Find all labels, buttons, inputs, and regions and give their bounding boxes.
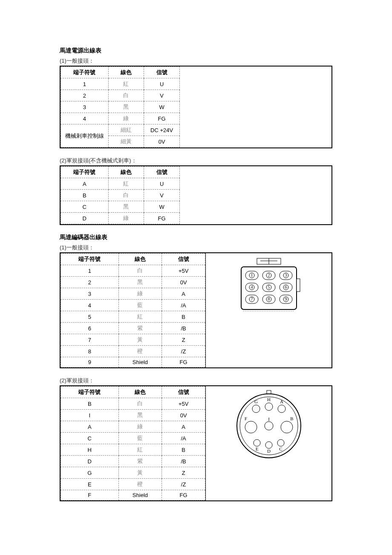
- section1-sub1: (1)一般接頭：: [60, 57, 332, 65]
- connector-circular-diagram: G H A F I B E D C: [205, 386, 331, 500]
- svg-text:1: 1: [251, 272, 253, 278]
- section1-sub2: (2)軍規接頭(不含機械式剎車)：: [60, 157, 332, 165]
- encoder-table2-container: 端子符號 線色 信號 B白+5V I黑0V A綠A C藍/A H紅B D紫/B …: [60, 385, 332, 501]
- svg-text:B: B: [290, 416, 293, 421]
- svg-text:C: C: [279, 446, 282, 451]
- power-table1: 端子符號 線色 信號 1紅U 2白V 3黑W 4綠FG 機械剎車控制線 細紅 D…: [61, 66, 180, 147]
- svg-point-36: [252, 405, 260, 413]
- section1-title: 馬達電源出線表: [60, 47, 332, 55]
- svg-point-39: [245, 421, 257, 433]
- svg-point-43: [265, 442, 272, 448]
- svg-point-37: [265, 403, 273, 410]
- svg-rect-33: [267, 390, 271, 394]
- encoder-table1-container: 端子符號 線色 信號 1白+5V 2黑0V 3綠A 4藍/A 5紅B 6紫/B …: [60, 252, 332, 368]
- section2-sub1: (1)一般接頭：: [60, 244, 332, 251]
- svg-point-38: [278, 405, 285, 413]
- section2-title: 馬達編碼器出線表: [60, 234, 332, 241]
- svg-text:E: E: [255, 446, 258, 451]
- svg-text:7: 7: [251, 296, 253, 301]
- svg-text:5: 5: [268, 284, 270, 289]
- svg-text:H: H: [267, 397, 271, 402]
- svg-text:G: G: [254, 399, 258, 404]
- th-color: 線色: [108, 67, 144, 78]
- power-table1-container: 端子符號 線色 信號 1紅U 2白V 3黑W 4綠FG 機械剎車控制線 細紅 D…: [60, 66, 332, 148]
- svg-text:9: 9: [285, 296, 287, 301]
- svg-text:2: 2: [268, 272, 270, 278]
- svg-text:8: 8: [268, 296, 270, 301]
- svg-point-42: [254, 439, 260, 446]
- brake-label: 機械剎車控制線: [61, 124, 109, 147]
- power-table2: 端子符號 線色 信號 A紅U B白V C黑W D綠FG: [61, 166, 180, 224]
- th-signal: 信號: [144, 67, 180, 78]
- svg-text:A: A: [280, 399, 283, 404]
- svg-text:F: F: [244, 416, 247, 421]
- connector-9pin-diagram: 1 2 3 4 5 6 7 8 9: [205, 253, 331, 367]
- section2-sub2: (2)軍規接頭：: [60, 377, 332, 384]
- svg-text:6: 6: [285, 284, 287, 289]
- svg-text:I: I: [268, 416, 270, 422]
- svg-point-41: [281, 421, 293, 433]
- encoder-table2: 端子符號 線色 信號 B白+5V I黑0V A綠A C藍/A H紅B D紫/B …: [61, 386, 205, 500]
- svg-text:D: D: [267, 448, 271, 454]
- svg-text:3: 3: [285, 272, 287, 278]
- power-table2-container: 端子符號 線色 信號 A紅U B白V C黑W D綠FG: [60, 165, 332, 225]
- svg-text:4: 4: [251, 284, 253, 289]
- encoder-table1: 端子符號 線色 信號 1白+5V 2黑0V 3綠A 4藍/A 5紅B 6紫/B …: [61, 253, 205, 367]
- svg-rect-4: [297, 279, 300, 292]
- svg-point-44: [277, 439, 284, 446]
- svg-point-40: [265, 422, 273, 430]
- th-terminal: 端子符號: [61, 67, 109, 78]
